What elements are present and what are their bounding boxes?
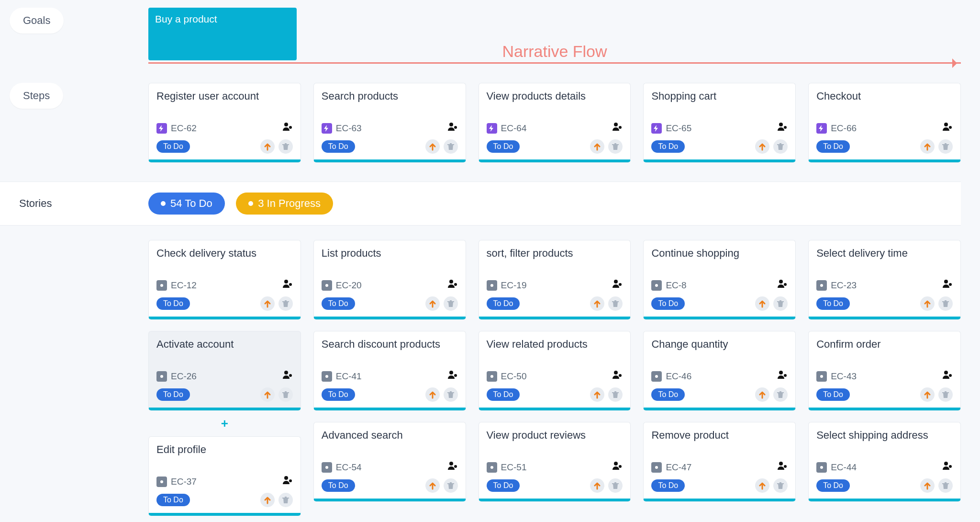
story-card[interactable]: Check delivery status EC-12 To Do xyxy=(148,240,301,319)
assignee-icon[interactable] xyxy=(942,370,953,383)
delete-icon[interactable] xyxy=(444,387,458,402)
story-card[interactable]: sort, filter products EC-19 To Do xyxy=(479,240,631,319)
delete-icon[interactable] xyxy=(938,387,953,402)
story-card[interactable]: Select shipping address EC-44 To Do xyxy=(808,422,961,501)
priority-up-icon[interactable] xyxy=(590,296,604,311)
story-card[interactable]: Select delivery time EC-23 To Do xyxy=(808,240,961,319)
delete-icon[interactable] xyxy=(278,296,293,311)
delete-icon[interactable] xyxy=(278,387,293,402)
status-badge[interactable]: To Do xyxy=(816,479,850,492)
delete-icon[interactable] xyxy=(938,478,953,493)
assignee-icon[interactable] xyxy=(777,370,788,383)
story-card[interactable]: View related products EC-50 To Do xyxy=(479,331,631,410)
status-badge[interactable]: To Do xyxy=(487,479,520,492)
status-badge[interactable]: To Do xyxy=(322,140,355,153)
priority-up-icon[interactable] xyxy=(755,478,769,493)
priority-up-icon[interactable] xyxy=(590,478,604,493)
story-card[interactable]: Remove product EC-47 To Do xyxy=(643,422,796,501)
priority-up-icon[interactable] xyxy=(425,139,440,154)
status-badge[interactable]: To Do xyxy=(322,388,355,401)
priority-up-icon[interactable] xyxy=(920,139,935,154)
status-badge[interactable]: To Do xyxy=(651,388,685,401)
status-badge[interactable]: To Do xyxy=(816,388,850,401)
assignee-icon[interactable] xyxy=(612,461,623,474)
priority-up-icon[interactable] xyxy=(425,296,440,311)
delete-icon[interactable] xyxy=(938,296,953,311)
priority-up-icon[interactable] xyxy=(260,493,275,507)
status-badge[interactable]: To Do xyxy=(156,140,190,153)
priority-up-icon[interactable] xyxy=(590,387,604,402)
story-card[interactable]: Confirm order EC-43 To Do xyxy=(808,331,961,410)
story-card[interactable]: Edit profile EC-37 To Do xyxy=(148,436,301,516)
story-card[interactable]: Advanced search EC-54 To Do xyxy=(313,422,466,501)
delete-icon[interactable] xyxy=(773,139,788,154)
story-card[interactable]: Change quantity EC-46 To Do xyxy=(643,331,796,410)
assignee-icon[interactable] xyxy=(282,370,293,383)
delete-icon[interactable] xyxy=(608,296,623,311)
assignee-icon[interactable] xyxy=(447,122,458,135)
status-badge[interactable]: To Do xyxy=(322,297,355,310)
status-badge[interactable]: To Do xyxy=(651,479,685,492)
story-card[interactable]: View product reviews EC-51 To Do xyxy=(479,422,631,501)
assignee-icon[interactable] xyxy=(942,461,953,474)
assignee-icon[interactable] xyxy=(777,122,788,135)
delete-icon[interactable] xyxy=(608,139,623,154)
todo-count-pill[interactable]: 54 To Do xyxy=(148,193,225,215)
delete-icon[interactable] xyxy=(773,387,788,402)
assignee-icon[interactable] xyxy=(447,279,458,292)
step-card[interactable]: Search products EC-63 To Do xyxy=(313,83,466,162)
priority-up-icon[interactable] xyxy=(920,478,935,493)
delete-icon[interactable] xyxy=(444,139,458,154)
priority-up-icon[interactable] xyxy=(590,139,604,154)
delete-icon[interactable] xyxy=(444,296,458,311)
assignee-icon[interactable] xyxy=(612,370,623,383)
status-badge[interactable]: To Do xyxy=(651,297,685,310)
assignee-icon[interactable] xyxy=(942,122,953,135)
step-card[interactable]: Register user account EC-62 To Do xyxy=(148,83,301,162)
status-badge[interactable]: To Do xyxy=(487,140,520,153)
status-badge[interactable]: To Do xyxy=(487,388,520,401)
status-badge[interactable]: To Do xyxy=(156,388,190,401)
assignee-icon[interactable] xyxy=(447,461,458,474)
status-badge[interactable]: To Do xyxy=(487,297,520,310)
priority-up-icon[interactable] xyxy=(920,296,935,311)
status-badge[interactable]: To Do xyxy=(816,297,850,310)
goal-card[interactable]: Buy a product xyxy=(148,8,297,60)
story-card[interactable]: Continue shopping EC-8 To Do xyxy=(643,240,796,319)
assignee-icon[interactable] xyxy=(612,122,623,135)
delete-icon[interactable] xyxy=(608,387,623,402)
story-card[interactable]: List products EC-20 To Do xyxy=(313,240,466,319)
status-badge[interactable]: To Do xyxy=(322,479,355,492)
priority-up-icon[interactable] xyxy=(755,296,769,311)
status-badge[interactable]: To Do xyxy=(156,297,190,310)
delete-icon[interactable] xyxy=(773,296,788,311)
priority-up-icon[interactable] xyxy=(260,387,275,402)
inprogress-count-pill[interactable]: 3 In Progress xyxy=(236,193,333,215)
step-card[interactable]: Shopping cart EC-65 To Do xyxy=(643,83,796,162)
delete-icon[interactable] xyxy=(773,478,788,493)
assignee-icon[interactable] xyxy=(777,279,788,292)
priority-up-icon[interactable] xyxy=(755,139,769,154)
story-card[interactable]: Activate account EC-26 To Do xyxy=(148,331,301,410)
assignee-icon[interactable] xyxy=(282,122,293,135)
delete-icon[interactable] xyxy=(608,478,623,493)
assignee-icon[interactable] xyxy=(447,370,458,383)
priority-up-icon[interactable] xyxy=(260,296,275,311)
priority-up-icon[interactable] xyxy=(425,387,440,402)
assignee-icon[interactable] xyxy=(777,461,788,474)
add-story-button[interactable]: + xyxy=(148,417,301,430)
delete-icon[interactable] xyxy=(278,139,293,154)
status-badge[interactable]: To Do xyxy=(156,494,190,506)
status-badge[interactable]: To Do xyxy=(651,140,685,153)
delete-icon[interactable] xyxy=(938,139,953,154)
step-card[interactable]: Checkout EC-66 To Do xyxy=(808,83,961,162)
priority-up-icon[interactable] xyxy=(260,139,275,154)
assignee-icon[interactable] xyxy=(942,279,953,292)
step-card[interactable]: View products details EC-64 To Do xyxy=(479,83,631,162)
assignee-icon[interactable] xyxy=(282,279,293,292)
priority-up-icon[interactable] xyxy=(425,478,440,493)
status-badge[interactable]: To Do xyxy=(816,140,850,153)
priority-up-icon[interactable] xyxy=(755,387,769,402)
priority-up-icon[interactable] xyxy=(920,387,935,402)
delete-icon[interactable] xyxy=(278,493,293,507)
